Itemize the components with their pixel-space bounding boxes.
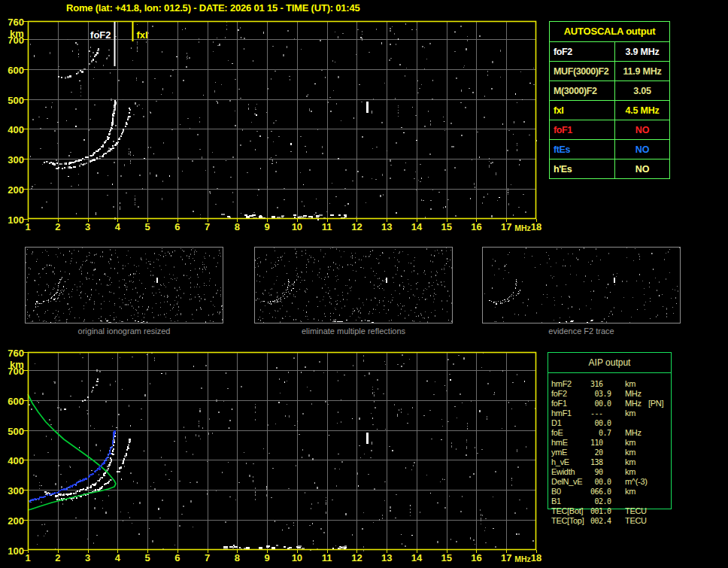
x-axis-tick-label: 4	[108, 552, 127, 563]
aip-row-foF1: foF1 00.0MHz[PN]	[551, 399, 670, 409]
x-axis-tick-label: 3	[78, 221, 98, 232]
aip-row-unit: km	[625, 438, 648, 448]
aip-row-B1: B1 02.0	[551, 497, 670, 506]
thumb-x-trace	[493, 281, 523, 305]
x-axis-tick-label: 2	[48, 221, 68, 232]
aip-row-unit: km	[625, 457, 648, 467]
x-axis-tick-label: 9	[257, 221, 277, 232]
autoscala-row-label: M(3000)F2	[550, 81, 615, 100]
aip-row-unit: TECU	[625, 516, 648, 526]
aip-row-TECBot: TEC[Bot]001.0TECU	[551, 506, 670, 516]
autoscala-row-M3000F2: M(3000)F23.05	[550, 80, 669, 100]
autoscala-row-value: NO	[615, 125, 669, 135]
aip-row-unit: km	[625, 467, 648, 477]
y-axis-tick-label: 100	[2, 214, 24, 226]
aip-row-unit: km	[625, 379, 648, 389]
aip-row-label: hmE	[551, 438, 590, 448]
aip-row-label: D1	[551, 418, 590, 428]
aip-row-foF2: foF2 03.9MHz	[551, 389, 670, 399]
autoscala-row-value: NO	[615, 164, 669, 175]
fxI-marker-label: fxI	[137, 29, 148, 41]
x-axis-tick-label: 17	[496, 552, 516, 563]
y-axis-tick-label: 760	[2, 348, 24, 359]
aip-row-unit: TECU	[625, 506, 648, 516]
aip-row-unit: km	[625, 487, 648, 497]
y-axis-tick-label: 500	[2, 426, 24, 437]
aip-row-hvE: h_vE138km	[551, 457, 670, 467]
f2-trace-x-mode	[56, 439, 131, 501]
x-axis-tick-label: 17	[496, 221, 516, 232]
f2-trace-o-mode	[44, 432, 116, 497]
aip-output-rows: hmF2316kmfoF2 03.9MHzfoF1 00.0MHz[PN]hmF…	[551, 379, 670, 526]
processing-thumbnail-3	[482, 247, 681, 323]
noise-speckle-layer	[255, 248, 452, 323]
x-axis-tick-label: 10	[287, 552, 307, 563]
y-axis-tick-label: 600	[2, 65, 24, 76]
aip-title: AIP output	[548, 353, 671, 373]
aip-row-value: 90	[590, 467, 625, 477]
x-axis-tick-label: 10	[287, 221, 307, 232]
x-axis-unit-label: MHz	[514, 223, 531, 232]
f2-trace-x-mode	[56, 108, 131, 169]
aip-row-label: foF1	[551, 399, 590, 409]
autoscala-row-label: ftEs	[550, 140, 615, 159]
thumbnail-caption-original: original ionogram resized	[25, 327, 223, 336]
aip-row-foE: foE 0.7MHz	[551, 428, 670, 438]
aip-row-hmF2: hmF2316km	[551, 379, 670, 389]
y-axis-tick-label: 200	[2, 184, 24, 196]
x-axis-tick-label: 5	[138, 552, 157, 563]
autoscala-title: AUTOSCALA output	[550, 22, 669, 41]
autoscala-row-foF2: foF23.9 MHz	[550, 41, 669, 61]
aip-row-label: h_vE	[551, 457, 590, 467]
aip-row-label: hmF1	[551, 409, 590, 418]
x-axis-tick-label: 3	[78, 552, 98, 563]
autoscala-row-value: 3.9 MHz	[615, 47, 669, 57]
processing-thumbnail-1	[25, 247, 223, 323]
aip-row-DelNvE: DelN_vE 00.0m^(-3)	[551, 477, 670, 487]
autoscala-screen: Rome (lat: +41.8, lon: 012.5) - DATE: 20…	[0, 0, 728, 568]
aip-row-value: 00.0	[590, 399, 625, 409]
aip-row-value: 00.0	[590, 477, 625, 487]
autoscala-row-label: fxI	[550, 101, 615, 120]
aip-row-label: ymE	[551, 448, 590, 457]
f2-trace-o-mode	[44, 100, 117, 166]
axis-ticks	[23, 22, 537, 223]
aip-row-unit: MHz	[625, 399, 648, 409]
aip-row-label: hmF2	[551, 379, 590, 389]
y-axis-tick-label: 600	[2, 396, 24, 407]
x-axis-tick-label: 13	[377, 552, 396, 563]
y-axis-tick-label: 400	[2, 124, 24, 135]
noise-speckle-layer	[26, 248, 223, 323]
aip-row-value: 00.0	[590, 418, 625, 428]
x-axis-tick-label: 7	[198, 552, 217, 563]
x-axis-tick-label: 15	[437, 552, 457, 563]
x-axis-tick-label: 11	[317, 221, 337, 232]
grid-lines	[28, 352, 536, 550]
profile-plot	[28, 352, 536, 550]
aip-row-hmE: hmE110km	[551, 438, 670, 448]
noise-speckle-layer	[30, 21, 537, 220]
autoscala-row-label: foF2	[550, 42, 615, 61]
grid-lines	[28, 21, 536, 219]
aip-row-value: 110	[590, 438, 625, 448]
second-reflection-trace	[57, 378, 99, 411]
aip-row-note: [PN]	[648, 399, 663, 409]
autoscala-row-ftEs: ftEsNO	[550, 139, 669, 159]
aip-row-label: DelN_vE	[551, 477, 590, 487]
x-axis-tick-label: 6	[168, 552, 187, 563]
foF2-marker-label: foF2	[90, 29, 111, 41]
aip-row-label: TEC[Bot]	[551, 506, 590, 516]
processing-thumbnail-2	[254, 247, 453, 323]
x-axis-tick-label: 4	[108, 221, 127, 232]
aip-row-value: 316	[590, 379, 625, 389]
x-axis-tick-label: 6	[168, 221, 187, 232]
thumb-o-trace	[262, 279, 289, 302]
thumbnail-caption-eliminate: eliminate multiple reflections	[254, 327, 453, 336]
autoscala-row-fxI: fxI4.5 MHz	[550, 100, 669, 120]
x-axis-tick-label: 14	[407, 221, 426, 232]
aip-row-Ewidth: Ewidth 90km	[551, 467, 670, 477]
aip-row-hmF1: hmF1---km	[551, 409, 670, 418]
autoscala-output-table: AUTOSCALA output foF23.9 MHzMUF(3000)F21…	[549, 21, 670, 179]
x-axis-tick-label: 13	[377, 221, 396, 232]
autoscala-row-label: h'Es	[550, 159, 615, 178]
